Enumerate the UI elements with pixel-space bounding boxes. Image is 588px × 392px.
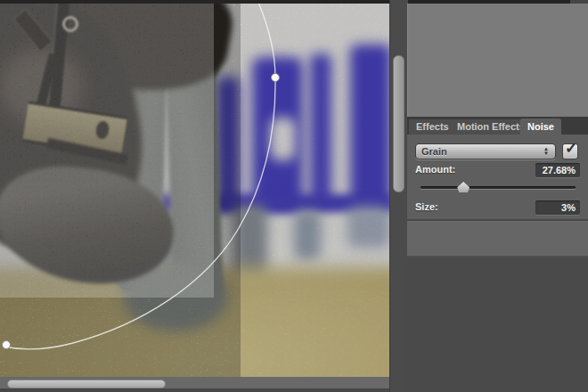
vertical-scrollbar-thumb[interactable] bbox=[393, 55, 404, 192]
panel-tabs: Effects Motion Effects Noise bbox=[407, 117, 588, 135]
blur-ring-handle bbox=[3, 341, 11, 349]
noise-type-dropdown[interactable]: Grain ▲▼ bbox=[415, 143, 556, 159]
bottom-edge-bar bbox=[0, 388, 407, 392]
vertical-scrollbar-track[interactable] bbox=[389, 0, 408, 392]
horizontal-scrollbar-track[interactable] bbox=[0, 377, 389, 388]
noise-type-value: Grain bbox=[421, 146, 543, 157]
blur-ring-overlay[interactable] bbox=[0, 4, 389, 377]
noise-panel: Effects Motion Effects Noise Grain ▲▼ ✓ … bbox=[407, 4, 588, 392]
blur-gallery-window: o Cz R bbox=[0, 0, 588, 392]
checkmark-icon: ✓ bbox=[565, 139, 577, 158]
dropdown-arrows-icon: ▲▼ bbox=[543, 147, 549, 156]
amount-value[interactable]: 27.68% bbox=[535, 163, 580, 177]
blur-ring-handle bbox=[272, 74, 280, 82]
amount-slider-thumb[interactable] bbox=[457, 182, 470, 192]
panel-empty-area bbox=[407, 4, 588, 117]
horizontal-scrollbar-thumb[interactable] bbox=[7, 380, 166, 388]
amount-label: Amount: bbox=[415, 164, 455, 175]
tab-noise[interactable]: Noise bbox=[520, 118, 561, 135]
panel-footer-area bbox=[407, 222, 588, 256]
amount-slider[interactable] bbox=[421, 186, 576, 189]
panel-lower-area bbox=[407, 257, 588, 392]
blur-ring-path bbox=[4, 4, 275, 349]
size-label: Size: bbox=[415, 201, 438, 212]
noise-enabled-checkbox[interactable]: ✓ bbox=[562, 143, 578, 159]
image-canvas[interactable]: o Cz R bbox=[0, 4, 389, 377]
size-value[interactable]: 3% bbox=[535, 200, 580, 215]
